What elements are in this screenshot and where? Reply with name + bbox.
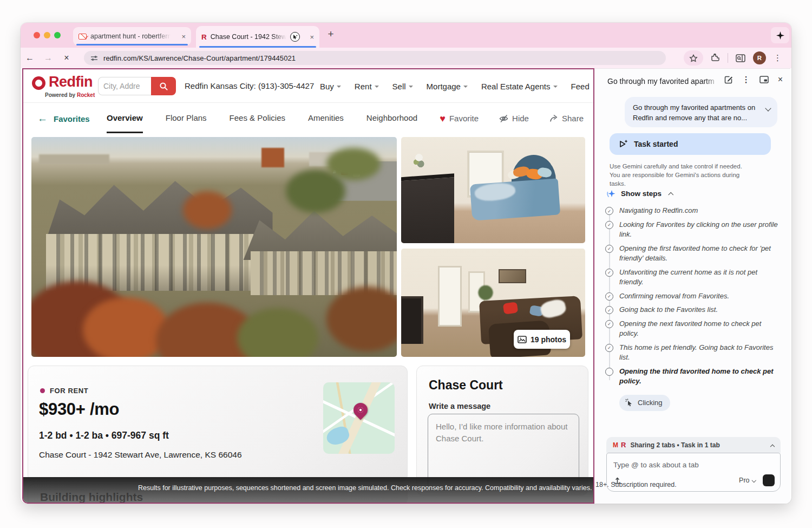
side-panel-search-icon [736,54,745,62]
new-chat-button[interactable] [724,75,733,84]
edit-icon [724,75,733,84]
task-steps: ✓ Navigating to Redfin.com ✓ Looking for… [605,206,778,411]
close-window-button[interactable] [34,32,40,38]
tab-gmail[interactable]: apartment hunt - robertfernst × [73,27,191,45]
step-status-icon: ✓ [605,245,613,253]
listing-tab-bar: ← Favorites Overview Floor Plans Fees & … [23,103,593,133]
clicking-cursor-icon [625,399,633,407]
model-selector[interactable]: Pro [739,477,755,484]
step-item: ✓ Opening the next favorited home to che… [605,319,778,339]
favorites-link[interactable]: Favorites [54,114,90,123]
bookmark-star-button[interactable] [684,50,703,66]
redfin-favicon: R [201,33,207,41]
powered-by-rocket: Powered by Rocket [45,92,95,98]
nav-item[interactable]: Rent [355,82,379,91]
close-tab-icon[interactable]: × [310,34,314,41]
eye-off-icon [499,114,508,123]
new-tab-button[interactable]: + [324,28,338,40]
maximize-window-button[interactable] [54,32,61,38]
nav-item[interactable]: Mortgage [427,82,468,91]
site-settings-icon[interactable] [90,55,98,62]
share-icon [549,114,558,122]
panel-header-icons: ⋮ × [724,75,783,84]
nav-item[interactable]: Real Estate Agents [481,82,558,91]
search-button[interactable] [151,77,176,95]
stop-loading-button[interactable]: × [57,53,76,63]
step-item: ✓ Unfavoriting the current home as it is… [605,268,778,288]
picture-in-picture-icon [759,76,769,83]
close-panel-button[interactable]: × [778,75,783,84]
bedroom-photo[interactable] [401,137,585,243]
status-badge: FOR RENT [40,387,88,395]
back-button[interactable]: ← [21,53,39,63]
chevron-down-icon [337,86,341,88]
map-pin-icon [351,400,371,420]
url-bar[interactable]: redfin.com/KS/Lawrence/Chase-Court/apart… [84,51,666,65]
listing-address: Chase Court - 1942 Stewart Ave, Lawrence… [39,450,242,460]
minimize-window-button[interactable] [44,32,50,38]
open-in-window-button[interactable] [759,76,769,83]
redfin-page: Redfin Powered by Rocket Redfin Kansas C… [22,68,594,504]
extensions-puzzle-icon [711,54,720,63]
nav-item[interactable]: Buy [320,82,341,91]
extensions-button[interactable] [711,54,720,63]
close-tab-icon[interactable]: × [181,33,186,40]
chevron-down-icon [553,86,558,88]
tab-title: Chase Court - 1942 Stew [211,33,286,41]
gemini-sparkle-button[interactable] [771,27,789,43]
browser-menu-button[interactable]: ⋮ [774,53,782,63]
collapse-icon[interactable] [770,444,775,448]
contact-card: Chase Court Write a message Hello, I’d l… [416,366,588,496]
tab-sharing-indicator [76,44,188,45]
gemini-caution-text: Use Gemini carefully and take control if… [610,162,752,188]
chevron-down-icon [751,478,756,483]
nav-item[interactable]: Feed [571,82,590,91]
forward-button[interactable]: → [39,53,57,63]
map-thumbnail[interactable] [323,382,395,454]
step-item: ✓ Going back to the Favorites list. [605,305,778,315]
user-prompt-bubble[interactable]: Go through my favorited apartments on Re… [625,97,777,127]
back-to-favorites-icon[interactable]: ← [37,113,48,125]
toolbar-divider [728,53,728,63]
sharing-status-bar[interactable]: M R Sharing 2 tabs • Task in 1 tab [606,437,781,453]
profile-avatar[interactable]: R [753,51,766,64]
write-message-label: Write a message [429,402,490,410]
redfin-logo-text[interactable]: Redfin [49,74,93,90]
tab-redfin-active[interactable]: R Chase Court - 1942 Stew × [196,26,319,48]
task-status-pill: Task started [610,133,771,155]
main-photo-aerial[interactable] [31,137,397,357]
expand-prompt-icon[interactable] [765,105,771,111]
side-panel-search-button[interactable] [736,54,745,62]
listing-tabs: Overview Floor Plans Fees & Policies Ame… [107,103,417,133]
listing-summary-card: FOR RENT $930+ /mo 1-2 bd • 1-2 ba • 697… [28,366,408,482]
listing-tab[interactable]: Floor Plans [166,103,207,133]
show-steps-toggle[interactable]: Show steps [606,189,673,198]
hide-button[interactable]: Hide [499,114,529,123]
desktop: apartment hunt - robertfernst × R Chase … [0,0,812,528]
listing-tab[interactable]: Amenities [308,103,344,133]
nav-item[interactable]: Sell [392,82,413,91]
tab-strip: apartment hunt - robertfernst × R Chase … [21,23,791,48]
step-item: ✓ Navigating to Redfin.com [605,206,778,216]
share-button[interactable]: Share [549,114,584,123]
listing-specs: 1-2 bd • 1-2 ba • 697-967 sq ft [39,430,169,441]
listing-tab[interactable]: Neighborhood [366,103,417,133]
panel-menu-button[interactable]: ⋮ [742,75,750,84]
step-status-icon: ✓ [605,320,613,328]
search-input[interactable] [98,77,151,95]
all-photos-button[interactable]: 19 photos [514,330,570,349]
step-item: ✓ Opening the first favorited home to ch… [605,244,778,264]
step-item: ✓ Confirming removal from Favorites. [605,291,778,302]
listing-tab[interactable]: Fees & Policies [230,103,285,133]
listing-tab[interactable]: Overview [107,103,143,133]
listing-actions: ♥ Favorite Hide Share [440,103,584,133]
chevron-down-icon [463,86,468,88]
redfin-header: Redfin Powered by Rocket Redfin Kansas C… [23,69,593,103]
gmail-icon [78,34,87,40]
stop-task-button[interactable] [763,474,775,486]
redfin-mini-icon: R [621,441,626,449]
step-item: ✓ Opening the third favorited home to ch… [605,367,778,387]
toolbar-right-icons: R ⋮ [684,50,782,66]
favorite-button[interactable]: ♥ Favorite [440,114,479,123]
gemini-side-panel: Go through my favorited apartm ⋮ × Go th… [594,68,790,504]
